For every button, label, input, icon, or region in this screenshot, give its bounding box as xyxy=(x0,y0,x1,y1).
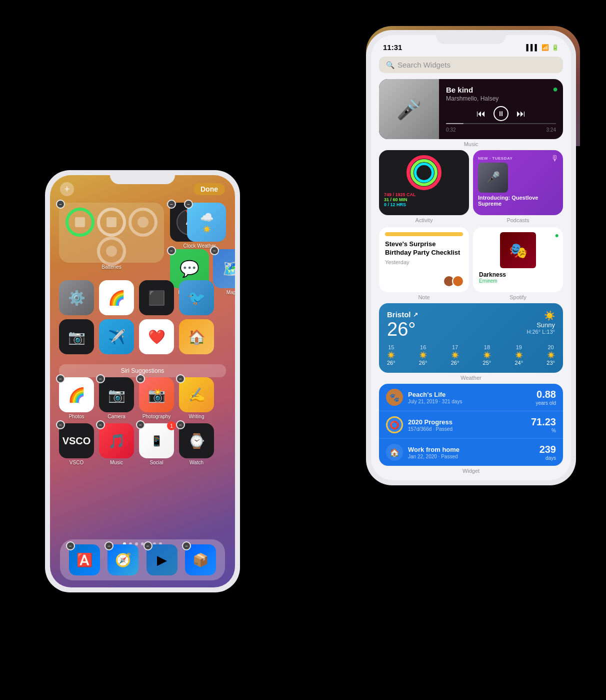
podcasts-icon: 🎙 xyxy=(551,154,559,163)
status-time: 11:31 xyxy=(383,43,402,52)
spotify-artist: Eminem xyxy=(479,278,557,284)
photos-icon[interactable]: 🌈 xyxy=(99,280,134,315)
music-widget-label: Music xyxy=(371,141,571,147)
list-item-1-info: Peach's Life July 21, 2019 · 321 days xyxy=(408,391,536,404)
note-spotify-labels: Note Spotify xyxy=(379,294,563,300)
list-item-2-icon: ⭕ xyxy=(386,416,403,433)
social-icon[interactable]: − 1 📱 Social xyxy=(139,423,174,465)
spotify-track: Darkness xyxy=(479,271,557,278)
list-item-1-icon: 🐾 xyxy=(386,389,403,406)
list-item-2-info: 2020 Progress 157d/366d · Passed xyxy=(408,418,531,432)
health-icon[interactable]: ❤️ xyxy=(139,319,174,354)
forecast-19: 19 ☀️ 24° xyxy=(514,344,523,366)
settings-icon[interactable]: ⚙️ xyxy=(59,280,94,315)
right-phone: 11:31 ▌▌▌ 📶 🔋 🔍 Search Widgets 🎤 Be kind… xyxy=(366,30,576,485)
list-item-2-title: 2020 Progress xyxy=(408,418,531,426)
forecast-15: 15 ☀️ 26° xyxy=(387,344,396,366)
note-title: Steve's Surprise Birthday Party Checklis… xyxy=(385,240,463,257)
writing-icon[interactable]: − ✍️ Writing xyxy=(179,377,214,419)
done-button[interactable]: Done xyxy=(194,183,225,195)
music-progress-bar xyxy=(446,123,556,124)
music-app-icon[interactable]: − 🎵 Music xyxy=(99,423,134,465)
forecast-17: 17 ☀️ 26° xyxy=(451,344,460,366)
music-progress-fill xyxy=(446,123,464,124)
watch-icon[interactable]: − ⌚ Watch xyxy=(179,423,214,465)
note-avatars xyxy=(443,275,464,287)
list-item-3: 🏠 Work from home Jan 22, 2020 · Passed 2… xyxy=(379,439,563,466)
battery-icon: 🔋 xyxy=(552,44,559,51)
dock-spark[interactable]: − ▶ xyxy=(146,544,178,575)
weather-forecast: 15 ☀️ 26° 16 ☀️ 26° 17 ☀️ 26° xyxy=(387,344,555,366)
search-placeholder: Search Widgets xyxy=(398,61,450,69)
dock-safari[interactable]: − 🧭 xyxy=(108,544,138,575)
search-icon: 🔍 xyxy=(386,61,394,69)
activity-hrs: 0 / 12 HRS xyxy=(384,202,464,207)
spotify-widget: ● 🎭 Darkness Eminem xyxy=(473,227,563,292)
weather-widget-label: Weather xyxy=(371,375,571,381)
podcasts-widget: 🎙 NEW · TUESDAY 🎤 Introducing: Questlove… xyxy=(473,150,563,215)
weather-widget-small: − ☁️ ☀️ Weather xyxy=(187,203,226,242)
facetime-icon[interactable]: ⬛ xyxy=(139,280,174,315)
note-widget: Steve's Surprise Birthday Party Checklis… xyxy=(379,227,469,292)
spotify-widget-icon: ● xyxy=(555,231,559,239)
music-artist: Marshmello, Halsey xyxy=(446,95,556,102)
note-label: Note xyxy=(379,294,469,300)
dock-dropbox[interactable]: − 📦 xyxy=(185,544,216,575)
music-title: Be kind xyxy=(446,86,556,94)
weather-condition: Sunny xyxy=(527,321,556,329)
add-button[interactable]: + xyxy=(60,182,74,196)
list-widget-label: Widget xyxy=(371,468,571,474)
list-item-1-sub: July 21, 2019 · 321 days xyxy=(408,399,536,404)
list-widget: 🐾 Peach's Life July 21, 2019 · 321 days … xyxy=(379,384,563,466)
list-item-1-title: Peach's Life xyxy=(408,391,536,398)
list-item-3-value: 239 days xyxy=(540,444,556,461)
list-item-1-value: 0.88 years old xyxy=(536,389,556,406)
weather-top: Bristol ↗ 26° ☀️ Sunny H:26° L:13° xyxy=(387,310,555,340)
camera-icon[interactable]: 📷 xyxy=(59,319,94,354)
activity-min: 31 / 60 MIN xyxy=(384,197,464,202)
list-item-2: ⭕ 2020 Progress 157d/366d · Passed 71.23… xyxy=(379,411,563,439)
podcasts-label: Podcasts xyxy=(473,217,563,223)
note-spotify-row: Steve's Surprise Birthday Party Checklis… xyxy=(379,227,563,292)
music-elapsed: 0:32 xyxy=(446,127,456,133)
photos-icon-2[interactable]: − 🌈 Photos xyxy=(59,377,94,419)
list-item-3-info: Work from home Jan 22, 2020 · Passed xyxy=(408,446,540,459)
photography-icon[interactable]: − 📸 Photography xyxy=(139,377,174,419)
search-bar[interactable]: 🔍 Search Widgets xyxy=(379,57,563,73)
camera-icon-2[interactable]: − 📷 Camera xyxy=(99,377,134,419)
podcasts-title: Introducing: Questlove Supreme xyxy=(478,195,558,207)
left-phone-screen: + Done − xyxy=(50,175,235,587)
note-header-bar xyxy=(385,232,463,236)
prev-button[interactable]: ⏮ xyxy=(476,109,486,119)
note-date: Yesterday xyxy=(385,259,463,265)
music-spotify-icon: ● xyxy=(552,84,558,95)
list-item-1: 🐾 Peach's Life July 21, 2019 · 321 days … xyxy=(379,384,563,411)
music-controls[interactable]: ⏮ ⏸ ⏭ xyxy=(446,106,556,121)
home-icon[interactable]: 🏠 xyxy=(179,319,214,354)
list-item-3-title: Work from home xyxy=(408,446,540,453)
right-phone-content[interactable]: 11:31 ▌▌▌ 📶 🔋 🔍 Search Widgets 🎤 Be kind… xyxy=(371,35,571,480)
weather-temp: 26° xyxy=(387,319,418,340)
status-icons: ▌▌▌ 📶 🔋 xyxy=(526,44,559,51)
app-grid: ⚙️ 🌈 ⬛ 🐦 📷 ✈️ xyxy=(59,280,226,358)
app-grid-2: − 🌈 Photos − 📷 Camera − 📸 Photography − … xyxy=(59,377,226,469)
play-button[interactable]: ⏸ xyxy=(494,106,508,121)
telegram-icon[interactable]: ✈️ xyxy=(99,319,134,354)
list-item-3-sub: Jan 22, 2020 · Passed xyxy=(408,454,540,459)
next-button[interactable]: ⏭ xyxy=(516,109,526,119)
weather-city: Bristol ↗ xyxy=(387,310,418,319)
vsco-icon[interactable]: − VSCO VSCO xyxy=(59,423,94,465)
signal-icon: ▌▌▌ xyxy=(526,44,539,51)
activity-label: Activity xyxy=(379,217,469,223)
wifi-icon: 📶 xyxy=(542,44,549,51)
podcasts-badge: NEW · TUESDAY xyxy=(478,156,558,161)
tweetbot-icon[interactable]: 🐦 xyxy=(179,280,214,315)
music-widget: 🎤 Be kind Marshmello, Halsey ⏮ ⏸ ⏭ 0:32 … xyxy=(379,79,563,139)
left-phone: + Done − xyxy=(45,170,240,592)
dock: − 🅰️ − 🧭 − ▶ − 📦 xyxy=(60,539,225,580)
left-phone-notch xyxy=(110,170,175,184)
forecast-18: 18 ☀️ 25° xyxy=(483,344,492,366)
dock-appstore[interactable]: − 🅰️ xyxy=(69,544,100,575)
forecast-20: 20 ☀️ 23° xyxy=(546,344,555,366)
activity-podcasts-row: 749 / 1925 CAL 31 / 60 MIN 0 / 12 HRS 🎙 … xyxy=(379,150,563,215)
